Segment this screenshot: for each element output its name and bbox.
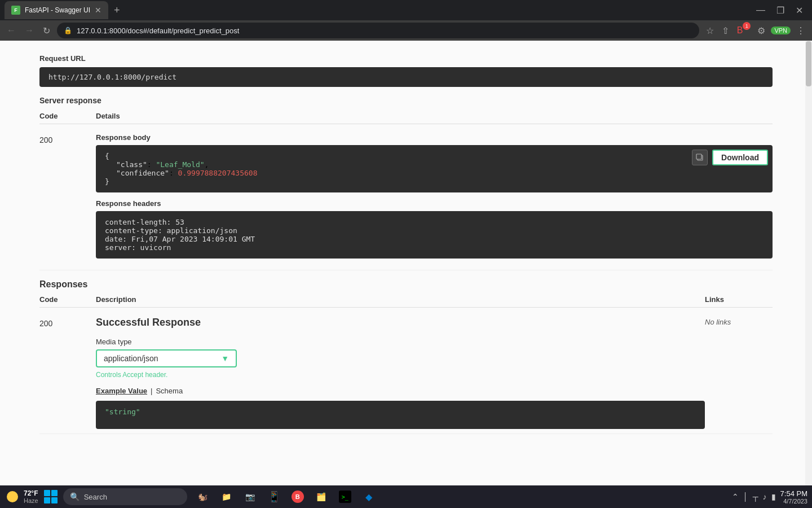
json-open-brace: { [105, 152, 109, 160]
media-type-value: application/json [104, 354, 158, 363]
viber-icon: 📱 [268, 491, 280, 503]
squirrel-icon: 🐿️ [197, 491, 209, 503]
taskbar-clock[interactable]: 7:54 PM 4/7/2023 [780, 489, 807, 505]
taskbar-app-viber[interactable]: 📱 [263, 485, 285, 508]
volume-icon: ♪ [763, 492, 767, 501]
bookmark-icon[interactable]: ☆ [704, 23, 716, 38]
tab-close-button[interactable]: ✕ [95, 6, 102, 15]
page-content: Request URL http://127.0.0.1:8000/predic… [0, 41, 812, 485]
taskbar-app-files[interactable]: 🗂️ [310, 485, 333, 508]
window-controls: — ❐ ✕ [752, 5, 807, 16]
search-label: Search [84, 493, 107, 501]
server-response-label: Server response [39, 96, 773, 105]
taskbar-app-brave[interactable]: B [286, 485, 309, 508]
request-url-value: http://127.0.0.1:8000/predict [39, 67, 773, 87]
video-icon: 📷 [244, 491, 257, 503]
forward-button[interactable]: → [23, 23, 36, 38]
example-value-tab[interactable]: Example Value [96, 386, 147, 396]
details-header: Details [96, 112, 773, 120]
vscode-icon: ◆ [363, 491, 375, 503]
start-button[interactable] [41, 487, 61, 507]
network-icon: │ [743, 492, 748, 501]
taskbar-app-folder[interactable]: 📁 [215, 485, 238, 508]
response-details: Response body { "class": "Leaf_Mold", "c… [96, 133, 773, 265]
response-body-label: Response body [96, 133, 773, 142]
tab-divider: | [151, 387, 152, 395]
chevron-up-icon[interactable]: ⌃ [732, 492, 739, 501]
resp-links-header: Links [705, 295, 773, 304]
taskbar-app-squirrel[interactable]: 🐿️ [192, 485, 214, 508]
controls-accept-text: Controls Accept header. [96, 371, 705, 379]
wifi-icon: ┬ [753, 492, 758, 501]
download-button[interactable]: Download [712, 150, 768, 165]
nav-actions: ☆ ⇧ B 1 ⚙ VPN ⋮ [704, 23, 807, 38]
responses-section: Responses Code Description Links 200 Suc… [39, 279, 773, 434]
taskbar-app-video[interactable]: 📷 [239, 485, 262, 508]
taskbar: 72°F Haze 🔍 Search 🐿️ 📁 📷 📱 B [0, 485, 812, 508]
tab-bar: F FastAPI - Swagger UI ✕ + — ❐ ✕ [0, 0, 812, 20]
share-icon[interactable]: ⇧ [720, 23, 731, 38]
example-code-block: "string" [96, 401, 705, 429]
responses-title: Responses [39, 279, 773, 290]
json-class-key: "class": "Leaf_Mold", [116, 160, 209, 169]
scrollbar-thumb[interactable] [806, 41, 811, 86]
taskbar-search[interactable]: 🔍 Search [63, 488, 187, 505]
weather-icon [5, 489, 20, 505]
responses-row-200: 200 Successful Response Media type appli… [39, 312, 773, 434]
tab-title: FastAPI - Swagger UI [25, 6, 90, 14]
reload-button[interactable]: ↻ [41, 23, 52, 38]
taskbar-apps: 🐿️ 📁 📷 📱 B 🗂️ >_ ◆ [192, 485, 380, 508]
taskbar-system-icons: ⌃ │ ┬ ♪ ▮ [732, 492, 776, 501]
browser-chrome: F FastAPI - Swagger UI ✕ + — ❐ ✕ ← → ↻ 🔒… [0, 0, 812, 41]
resp-code-header: Code [39, 295, 96, 304]
header-content-type: content-type: application/json [105, 226, 237, 235]
active-tab[interactable]: F FastAPI - Swagger UI ✕ [5, 1, 108, 19]
json-close-brace: } [105, 177, 109, 186]
taskbar-right: ⌃ │ ┬ ♪ ▮ 7:54 PM 4/7/2023 [732, 489, 807, 505]
brave-badge: 1 [743, 22, 751, 30]
folder-icon: 📁 [220, 491, 233, 503]
restore-button[interactable]: ❐ [772, 5, 789, 16]
win-square-2 [51, 490, 58, 496]
search-icon: 🔍 [70, 492, 80, 501]
taskbar-app-vscode[interactable]: ◆ [358, 485, 380, 508]
scrollbar[interactable] [805, 41, 812, 485]
header-date: date: Fri,07 Apr 2023 14:09:01 GMT [105, 235, 255, 243]
weather-widget: 72°F Haze [5, 489, 38, 505]
new-tab-button[interactable]: + [111, 5, 123, 16]
example-value-content: "string" [105, 408, 140, 416]
media-type-label: Media type [96, 338, 705, 346]
success-response-title: Successful Response [96, 317, 705, 329]
back-button[interactable]: ← [5, 23, 18, 38]
close-button[interactable]: ✕ [791, 5, 807, 16]
resp-200-detail: Successful Response Media type applicati… [96, 317, 705, 429]
vpn-badge[interactable]: VPN [771, 27, 791, 34]
win-square-1 [44, 490, 50, 496]
schema-tab[interactable]: Schema [156, 386, 183, 396]
menu-icon[interactable]: ⋮ [794, 23, 807, 38]
minimize-button[interactable]: — [752, 5, 770, 15]
chevron-down-icon: ▼ [221, 354, 229, 363]
address-bar[interactable]: 🔒 127.0.0.1:8000/docs#/default/predict_p… [57, 23, 699, 38]
request-url-section: Request URL http://127.0.0.1:8000/predic… [39, 47, 773, 87]
extensions-icon[interactable]: ⚙ [755, 23, 767, 38]
tab-favicon: F [11, 6, 20, 15]
resp-200-code: 200 [39, 317, 96, 328]
weather-temp: 72°F [24, 489, 38, 497]
no-links-text: No links [705, 316, 731, 326]
response-headers-block: content-length: 53 content-type: applica… [96, 211, 773, 259]
copy-button[interactable] [692, 150, 708, 165]
weather-info: 72°F Haze [24, 489, 38, 504]
request-url-label: Request URL [39, 47, 773, 63]
win-square-3 [44, 497, 50, 503]
code-actions: Download [692, 150, 768, 165]
header-server: server: uvicorn [105, 243, 171, 252]
win-square-4 [51, 497, 58, 503]
clock-time: 7:54 PM [780, 489, 807, 498]
response-table-header: Code Details [39, 112, 773, 124]
json-confidence-key: "confidence": 0.9997888207435608 [116, 169, 257, 177]
taskbar-app-terminal[interactable]: >_ [334, 485, 356, 508]
lock-icon: 🔒 [64, 27, 72, 34]
header-content-length: content-length: 53 [105, 218, 184, 226]
media-type-select[interactable]: application/json ▼ [96, 349, 237, 367]
